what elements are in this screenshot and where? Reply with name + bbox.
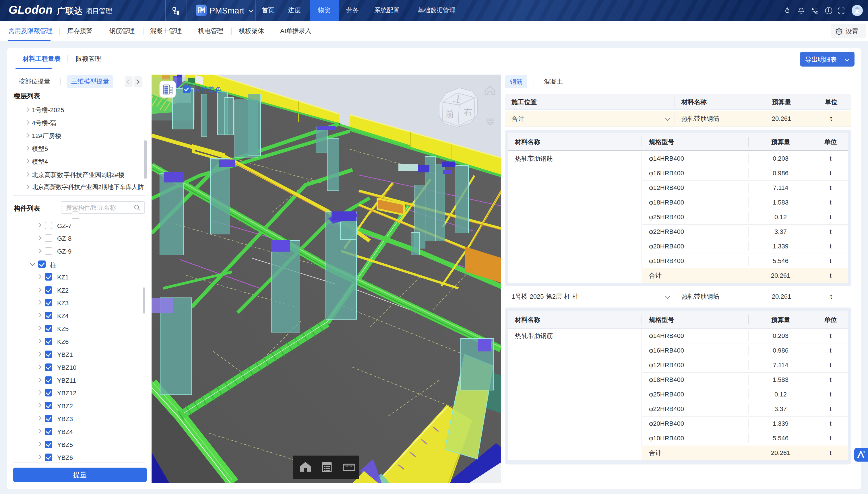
svg-text:前: 前: [445, 109, 454, 119]
svg-text:构件着色: 构件着色: [194, 86, 222, 94]
svg-text:右: 右: [464, 107, 473, 116]
